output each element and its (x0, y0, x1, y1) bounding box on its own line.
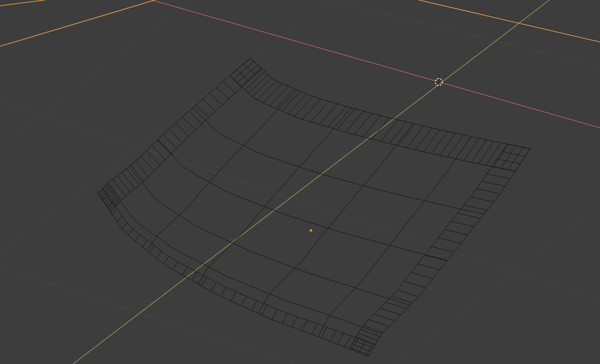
blender-3d-viewport[interactable] (0, 0, 600, 364)
viewport-background (0, 0, 600, 364)
object-origin-point[interactable] (310, 229, 312, 232)
viewport-canvas[interactable] (0, 0, 600, 364)
